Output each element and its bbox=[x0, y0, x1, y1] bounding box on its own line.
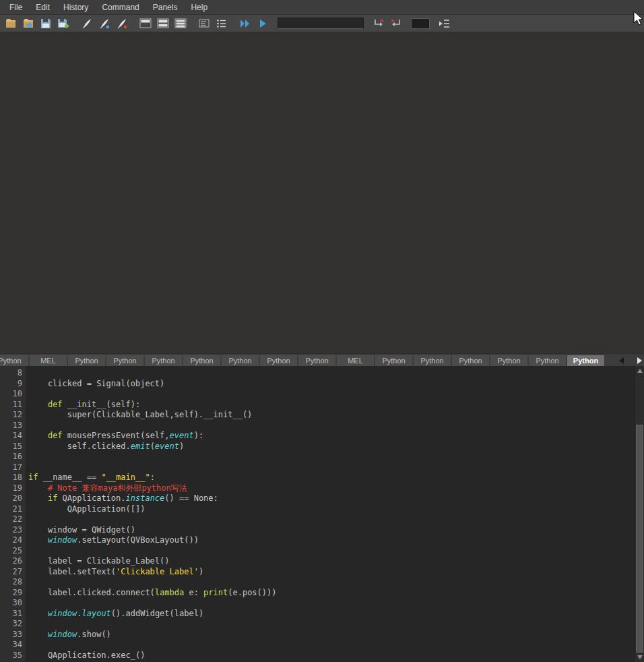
code-line-10 bbox=[28, 389, 644, 400]
source-script-button[interactable] bbox=[20, 16, 37, 31]
arrow-down-icon bbox=[637, 655, 643, 659]
quill-icon bbox=[98, 18, 110, 30]
code-line-24: window.setLayout(QVBoxLayout()) bbox=[28, 535, 644, 546]
show-line-numbers-button[interactable] bbox=[213, 16, 230, 31]
history-output-panel[interactable] bbox=[0, 32, 644, 353]
line-number-33: 33 bbox=[0, 630, 22, 640]
tab-5-python[interactable]: Python bbox=[183, 355, 220, 366]
tab-15-python[interactable]: Python bbox=[567, 355, 604, 366]
code-line-8 bbox=[28, 368, 644, 379]
tab-12-python[interactable]: Python bbox=[452, 355, 489, 366]
tab-10-python[interactable]: Python bbox=[375, 355, 412, 366]
layout-top-icon bbox=[139, 18, 152, 29]
layout-split-button[interactable] bbox=[154, 16, 172, 31]
code-lines[interactable]: clicked = Signal(object) def __init__(se… bbox=[26, 366, 644, 662]
tab-6-python[interactable]: Python bbox=[222, 355, 259, 366]
layout-history-top-button[interactable] bbox=[137, 16, 154, 31]
chevron-right-icon bbox=[637, 357, 642, 364]
tab-7-python[interactable]: Python bbox=[260, 355, 297, 366]
open-folder-icon bbox=[5, 18, 17, 30]
menu-command[interactable]: Command bbox=[95, 1, 146, 14]
color-swatch[interactable] bbox=[411, 18, 430, 29]
line-number-15: 15 bbox=[0, 442, 22, 452]
quill-icon bbox=[116, 18, 128, 30]
line-number-26: 26 bbox=[0, 556, 22, 567]
line-number-16: 16 bbox=[0, 452, 22, 462]
line-number-20: 20 bbox=[0, 493, 22, 504]
code-line-28 bbox=[28, 577, 644, 588]
folder-arrow-icon bbox=[22, 18, 34, 30]
tab-14-python[interactable]: Python bbox=[529, 355, 566, 366]
floppy-shelf-icon bbox=[57, 18, 69, 30]
menu-history[interactable]: History bbox=[57, 1, 95, 14]
line-number-21: 21 bbox=[0, 504, 22, 515]
line-number-11: 11 bbox=[0, 400, 22, 411]
tab-0-python[interactable]: Python bbox=[0, 355, 28, 366]
code-line-25 bbox=[28, 546, 644, 557]
tab-scroll-controls bbox=[617, 354, 644, 366]
code-line-16 bbox=[28, 452, 644, 462]
code-line-21: QApplication([]) bbox=[28, 504, 644, 515]
search-backward-button[interactable] bbox=[387, 16, 405, 31]
menu-edit[interactable]: Edit bbox=[29, 1, 57, 14]
code-line-13 bbox=[28, 421, 644, 431]
code-line-11: def __init__(self): bbox=[28, 400, 644, 411]
tab-3-python[interactable]: Python bbox=[106, 355, 143, 366]
tab-bar: PythonMELPythonPythonPythonPythonPythonP… bbox=[0, 353, 644, 366]
layout-split-icon bbox=[157, 18, 169, 29]
code-line-29: label.clicked.connect(lambda e: print(e.… bbox=[28, 588, 644, 599]
line-number-8: 8 bbox=[0, 368, 22, 379]
arrow-up-icon bbox=[637, 369, 643, 373]
code-line-30 bbox=[28, 598, 644, 609]
code-line-26: label = Clickable_Label() bbox=[28, 556, 644, 567]
code-line-33: window.show() bbox=[28, 630, 644, 640]
line-number-27: 27 bbox=[0, 567, 22, 578]
open-script-button[interactable] bbox=[2, 16, 20, 31]
line-number-17: 17 bbox=[0, 462, 22, 473]
clear-history-button[interactable] bbox=[78, 16, 96, 31]
tab-11-python[interactable]: Python bbox=[414, 355, 451, 366]
search-forward-button[interactable] bbox=[370, 16, 387, 31]
script-editor-window: FileEditHistoryCommandPanelsHelp bbox=[0, 0, 644, 662]
line-number-34: 34 bbox=[0, 640, 22, 651]
execute-button[interactable] bbox=[254, 16, 271, 31]
scrollbar-thumb[interactable] bbox=[636, 425, 643, 653]
code-line-18: if __name__ == "__main__": bbox=[28, 473, 644, 483]
code-line-19: # Note 兼容maya和外部python写法 bbox=[28, 483, 644, 494]
code-editor[interactable]: 8910111213141516171819202122232425262728… bbox=[0, 366, 644, 662]
echo-commands-icon bbox=[198, 18, 210, 29]
command-search-field[interactable] bbox=[278, 18, 364, 29]
line-number-19: 19 bbox=[0, 483, 22, 494]
tab-13-python[interactable]: Python bbox=[490, 355, 527, 366]
save-script-button[interactable] bbox=[37, 16, 55, 31]
execute-all-icon bbox=[239, 18, 251, 29]
layout-stacked-button[interactable] bbox=[172, 16, 189, 31]
line-number-14: 14 bbox=[0, 431, 22, 442]
tab-scroll-left-button[interactable] bbox=[619, 357, 624, 364]
line-number-10: 10 bbox=[0, 389, 22, 400]
code-line-27: label.setText('Clickable Label') bbox=[28, 567, 644, 578]
save-to-shelf-button[interactable] bbox=[55, 16, 72, 31]
floppy-icon bbox=[40, 18, 52, 30]
tab-1-mel[interactable]: MEL bbox=[30, 355, 67, 366]
menu-file[interactable]: File bbox=[3, 1, 29, 14]
scroll-down-button[interactable] bbox=[635, 653, 644, 662]
menu-help[interactable]: Help bbox=[184, 1, 214, 14]
clear-input-button[interactable] bbox=[96, 16, 113, 31]
clear-all-button[interactable] bbox=[113, 16, 131, 31]
tab-4-python[interactable]: Python bbox=[145, 355, 182, 366]
line-numbers-icon bbox=[216, 18, 228, 29]
tab-8-python[interactable]: Python bbox=[298, 355, 335, 366]
menu-panels[interactable]: Panels bbox=[146, 1, 185, 14]
command-completion-button[interactable] bbox=[436, 16, 453, 31]
tab-2-python[interactable]: Python bbox=[68, 355, 105, 366]
tab-9-mel[interactable]: MEL bbox=[337, 355, 374, 366]
code-line-14: def mousePressEvent(self,event): bbox=[28, 431, 644, 442]
line-number-29: 29 bbox=[0, 588, 22, 599]
scroll-up-button[interactable] bbox=[635, 366, 644, 375]
execute-all-button[interactable] bbox=[236, 16, 254, 31]
tab-scroll-right-button[interactable] bbox=[637, 357, 642, 364]
editor-vertical-scrollbar[interactable] bbox=[635, 366, 644, 662]
echo-all-commands-button[interactable] bbox=[195, 16, 213, 31]
line-number-28: 28 bbox=[0, 577, 22, 588]
